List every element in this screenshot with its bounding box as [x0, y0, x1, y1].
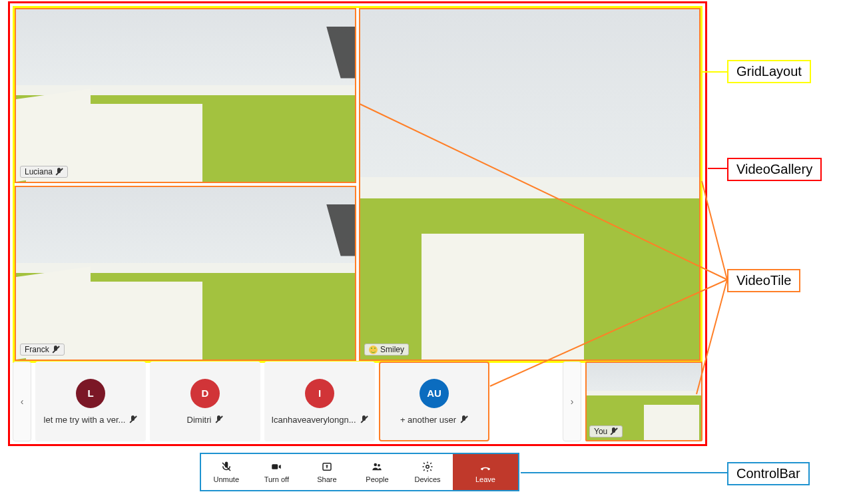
video-feed	[360, 9, 699, 360]
hangup-icon	[479, 461, 491, 473]
avatar-name-row: + another user	[400, 415, 468, 425]
participant-name: Luciana	[25, 167, 53, 176]
avatar-name: let me try with a ver...	[44, 415, 126, 425]
mic-off-icon	[129, 415, 137, 423]
self-video-tile[interactable]: You	[585, 362, 703, 441]
mic-off-icon	[215, 415, 223, 423]
smiley-icon	[369, 346, 378, 354]
people-icon	[371, 461, 383, 473]
video-tile-franck[interactable]: Franck	[15, 186, 356, 361]
mic-off-icon	[610, 427, 618, 435]
button-label: Turn off	[264, 475, 289, 483]
avatar-name: Dimitri	[187, 415, 212, 425]
mic-off-icon	[220, 461, 232, 473]
video-tile-smiley[interactable]: Smiley	[359, 8, 701, 361]
annotation-videotile: VideoTile	[727, 269, 800, 292]
button-label: People	[366, 475, 388, 483]
participant-name: Franck	[25, 345, 49, 354]
button-label: Unmute	[214, 475, 240, 483]
svg-point-4	[378, 464, 381, 467]
participant-label: Luciana	[20, 166, 68, 178]
avatar-name-row: Icanhaveaverylongn...	[271, 415, 368, 425]
video-feed	[16, 9, 355, 182]
participant-name: You	[594, 427, 607, 436]
unmute-button[interactable]: Unmute	[201, 454, 252, 490]
svg-point-5	[426, 465, 429, 469]
annotation-gridlayout: GridLayout	[727, 60, 811, 83]
turnoff-camera-button[interactable]: Turn off	[252, 454, 302, 490]
participant-label: Smiley	[364, 344, 409, 356]
overflow-gallery: ‹ L let me try with a ver... D Dimitri I	[13, 362, 703, 441]
grid-layout: Luciana Franck	[13, 6, 703, 363]
avatar-tile[interactable]: I Icanhaveaverylongn...	[264, 362, 375, 441]
avatar-name: Icanhaveaverylongn...	[271, 415, 356, 425]
button-label: Leave	[475, 475, 495, 483]
participant-name: Smiley	[380, 345, 404, 354]
grid-col-right: Smiley	[359, 8, 701, 361]
avatar-name: + another user	[400, 415, 456, 425]
share-button[interactable]: Share	[302, 454, 352, 490]
mic-off-icon	[52, 346, 60, 354]
avatar-name-row: Dimitri	[187, 415, 224, 425]
button-label: Share	[317, 475, 336, 483]
avatar-circle: L	[76, 379, 105, 408]
avatar-tile[interactable]: AU + another user	[379, 362, 489, 441]
chevron-right-icon: ›	[571, 396, 574, 407]
button-label: Devices	[414, 475, 440, 483]
participant-label: You	[589, 425, 623, 437]
avatar-tile[interactable]: L let me try with a ver...	[35, 362, 146, 441]
mic-off-icon	[360, 415, 368, 423]
annotation-controlbar: ControlBar	[727, 462, 810, 485]
avatar-circle: I	[305, 379, 334, 408]
avatar-circle: AU	[420, 379, 449, 408]
chevron-left-icon: ‹	[21, 396, 24, 407]
avatar-tile[interactable]: D Dimitri	[150, 362, 260, 441]
mic-off-icon	[460, 415, 468, 423]
video-gallery: Luciana Franck	[8, 1, 707, 446]
scroll-next-button[interactable]: ›	[563, 362, 581, 441]
control-bar: Unmute Turn off Share People Devices Lea…	[200, 453, 519, 491]
scroll-prev-button[interactable]: ‹	[13, 362, 31, 441]
avatar-name-row: let me try with a ver...	[44, 415, 138, 425]
svg-point-3	[374, 463, 378, 467]
video-tile-luciana[interactable]: Luciana	[15, 8, 356, 183]
participant-label: Franck	[20, 344, 65, 356]
annotation-videogallery: VideoGallery	[727, 158, 822, 181]
gear-icon	[422, 461, 433, 473]
video-feed	[16, 187, 355, 360]
grid-col-left: Luciana Franck	[15, 8, 356, 361]
mic-off-icon	[55, 168, 63, 176]
leave-button[interactable]: Leave	[453, 454, 518, 490]
share-icon	[321, 461, 333, 473]
camera-icon	[270, 461, 282, 473]
avatar-strip: L let me try with a ver... D Dimitri I I…	[35, 362, 559, 441]
people-button[interactable]: People	[352, 454, 403, 490]
devices-button[interactable]: Devices	[402, 454, 453, 490]
svg-rect-1	[272, 464, 278, 469]
avatar-circle: D	[190, 379, 220, 408]
